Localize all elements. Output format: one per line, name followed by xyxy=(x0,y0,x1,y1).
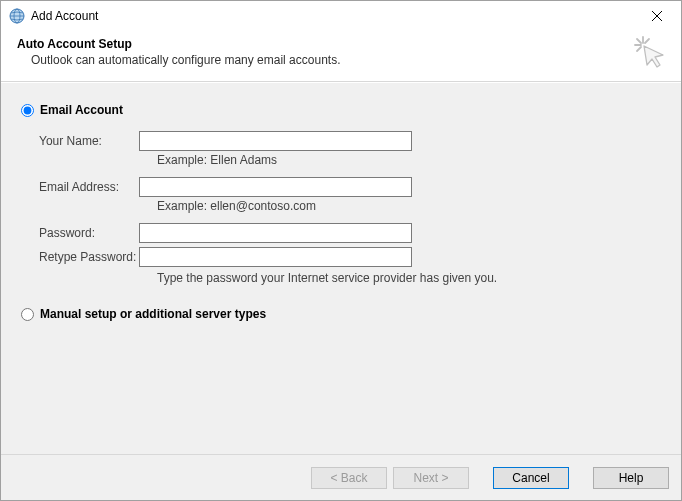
label-your-name: Your Name: xyxy=(39,134,139,148)
radio-email-account-label: Email Account xyxy=(40,103,123,117)
svg-line-7 xyxy=(637,39,641,43)
row-email: Email Address: xyxy=(39,177,661,197)
header-subtitle: Outlook can automatically configure many… xyxy=(17,53,665,67)
input-retype-password[interactable] xyxy=(139,247,412,267)
wizard-header: Auto Account Setup Outlook can automatic… xyxy=(1,31,681,82)
label-retype-password: Retype Password: xyxy=(39,250,139,264)
label-email: Email Address: xyxy=(39,180,139,194)
password-hint: Type the password your Internet service … xyxy=(157,271,661,285)
row-password: Password: xyxy=(39,223,661,243)
svg-line-8 xyxy=(645,39,649,43)
radio-manual-setup-label: Manual setup or additional server types xyxy=(40,307,266,321)
row-retype-password: Retype Password: xyxy=(39,247,661,267)
wizard-body: Email Account Your Name: Example: Ellen … xyxy=(1,82,681,454)
input-your-name[interactable] xyxy=(139,131,412,151)
radio-manual-setup[interactable] xyxy=(21,308,34,321)
close-icon xyxy=(652,11,662,21)
row-your-name: Your Name: xyxy=(39,131,661,151)
email-account-form: Your Name: Example: Ellen Adams Email Ad… xyxy=(21,125,661,285)
titlebar: Add Account xyxy=(1,1,681,31)
cancel-button[interactable]: Cancel xyxy=(493,467,569,489)
close-button[interactable] xyxy=(634,2,679,30)
wizard-footer: < Back Next > Cancel Help xyxy=(1,454,681,500)
window-title: Add Account xyxy=(31,9,634,23)
example-your-name: Example: Ellen Adams xyxy=(157,153,661,167)
next-button[interactable]: Next > xyxy=(393,467,469,489)
radio-email-account[interactable] xyxy=(21,104,34,117)
header-title: Auto Account Setup xyxy=(17,37,665,51)
input-password[interactable] xyxy=(139,223,412,243)
add-account-dialog: Add Account Auto Account Setup Outlook c… xyxy=(0,0,682,501)
help-button[interactable]: Help xyxy=(593,467,669,489)
back-button[interactable]: < Back xyxy=(311,467,387,489)
label-password: Password: xyxy=(39,226,139,240)
option-email-account[interactable]: Email Account xyxy=(21,103,661,117)
globe-icon xyxy=(9,8,25,24)
svg-line-9 xyxy=(637,47,641,51)
option-manual-setup[interactable]: Manual setup or additional server types xyxy=(21,307,661,321)
input-email[interactable] xyxy=(139,177,412,197)
example-email: Example: ellen@contoso.com xyxy=(157,199,661,213)
cursor-click-icon xyxy=(633,35,667,69)
